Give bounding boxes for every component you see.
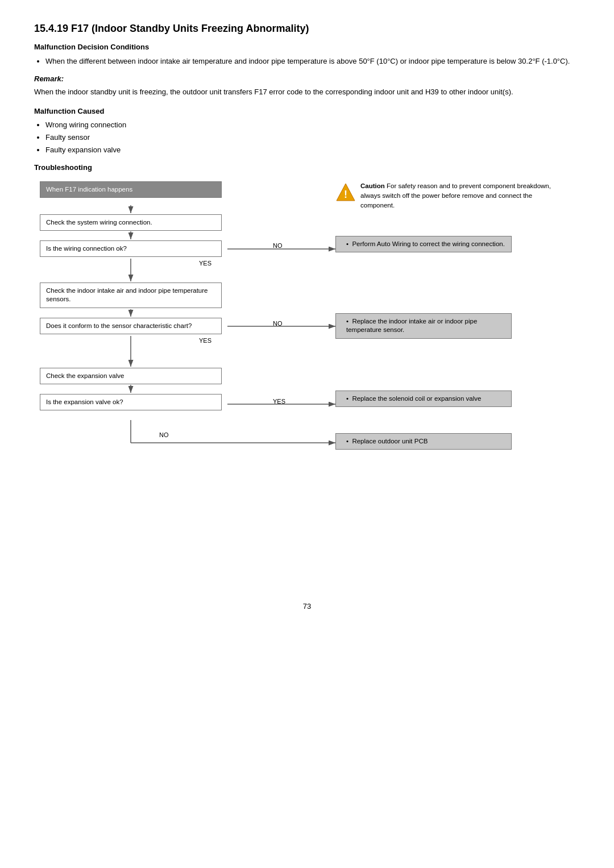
- caused-item-1: Wrong wiring connection: [45, 119, 580, 131]
- malfunction-caused-list: Wrong wiring connection Faulty sensor Fa…: [45, 119, 580, 156]
- flowchart-node-sensor-chart: Does it conform to the sensor characteri…: [40, 318, 222, 335]
- svg-text:!: !: [344, 189, 347, 200]
- no-label-1: NO: [273, 242, 283, 249]
- flowchart-node-expansion-ok: Is the expansion valve ok?: [40, 394, 222, 411]
- malfunction-caused-title: Malfunction Caused: [34, 106, 580, 117]
- caution-section: ! Caution For safety reason and to preve…: [335, 181, 551, 211]
- caution-label: Caution: [360, 182, 385, 189]
- no-label-2: NO: [273, 320, 283, 327]
- flowchart-node-check-sensors: Check the indoor intake air and indoor p…: [40, 283, 222, 308]
- page-number: 73: [34, 602, 580, 610]
- caused-item-3: Faulty expansion valve: [45, 144, 580, 156]
- caution-text: Caution For safety reason and to prevent…: [360, 181, 551, 211]
- flowchart-result-sensor: • Replace the indoor intake air or indoo…: [335, 313, 512, 339]
- caution-icon: !: [335, 182, 356, 203]
- caused-item-2: Faulty sensor: [45, 131, 580, 144]
- yes-label-3: YES: [273, 398, 285, 405]
- remark-box: Remark: When the indoor standby unit is …: [34, 73, 580, 98]
- flowchart-node-check-expansion: Check the expansion valve: [40, 368, 222, 385]
- yes-label-2: YES: [199, 337, 211, 344]
- flowchart-result-solenoid: • Replace the solenoid coil or expansion…: [335, 391, 512, 408]
- flowchart-result-wiring: • Perform Auto Wiring to correct the wir…: [335, 236, 512, 253]
- troubleshooting-title: Troubleshooting: [34, 162, 580, 173]
- page-title: 15.4.19 F17 (Indoor Standby Units Freezi…: [34, 23, 580, 35]
- no-label-3: NO: [159, 431, 169, 438]
- malfunction-condition-item: When the different between indoor intake…: [45, 55, 580, 68]
- remark-text: When the indoor standby unit is freezing…: [34, 86, 580, 98]
- flowchart-container: When F17 indication happens Check the sy…: [34, 181, 580, 579]
- flowchart-result-pcb: • Replace outdoor unit PCB: [335, 433, 512, 450]
- flowchart-start: When F17 indication happens: [40, 181, 222, 198]
- flowchart-node-wiring-ok: Is the wiring connection ok?: [40, 240, 222, 258]
- remark-title: Remark:: [34, 73, 580, 85]
- flowchart-node-check-wiring: Check the system wiring connection.: [40, 214, 222, 231]
- malfunction-decision-title: Malfunction Decision Conditions: [34, 41, 580, 53]
- yes-label-1: YES: [199, 260, 211, 267]
- caution-description: For safety reason and to prevent compone…: [360, 182, 551, 209]
